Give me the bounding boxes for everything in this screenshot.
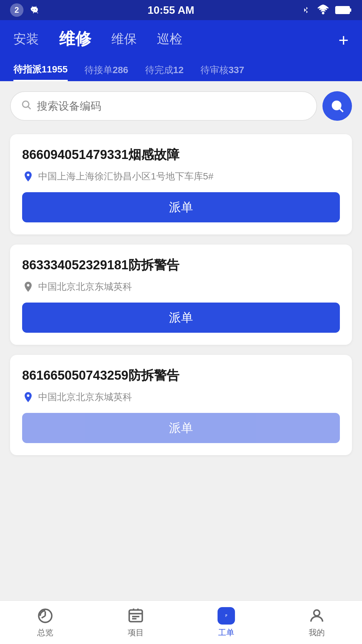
cards-area: 866094051479331烟感故障 中国上海上海徐汇协昌小区1号地下车库5#… (0, 131, 362, 459)
search-input[interactable] (37, 100, 306, 112)
search-box (10, 91, 317, 121)
bottom-navigation: 总览 项目 工单 (0, 600, 362, 644)
wifi-icon (316, 4, 330, 16)
mine-label: 我的 (309, 627, 325, 638)
svg-line-5 (28, 107, 31, 109)
dispatch-button-1[interactable]: 派单 (22, 192, 340, 222)
order-card: 866094051479331烟感故障 中国上海上海徐汇协昌小区1号地下车库5#… (10, 134, 352, 234)
order-location: 中国北京北京东城英科 (22, 391, 340, 404)
subtab-pending-assign[interactable]: 待指派11955 (13, 59, 68, 81)
order-location: 中国北京北京东城英科 (22, 280, 340, 293)
add-button[interactable]: + (339, 32, 349, 49)
bluetooth-icon (302, 4, 311, 16)
order-title: 861665050743259防拆警告 (22, 367, 340, 384)
bottom-nav-mine[interactable]: 我的 (272, 607, 362, 638)
dispatch-button-2[interactable]: 派单 (22, 303, 340, 333)
search-button[interactable] (322, 91, 352, 121)
svg-rect-3 (336, 7, 348, 13)
workorders-label: 工单 (218, 627, 234, 638)
status-right (302, 4, 352, 16)
status-time: 10:55 AM (147, 4, 194, 16)
order-card: 863334052329181防拆警告 中国北京北京东城英科 派单 (10, 245, 352, 345)
location-icon (22, 391, 34, 403)
order-card: 861665050743259防拆警告 中国北京北京东城英科 派单 (10, 355, 352, 455)
search-icon-left (21, 99, 32, 113)
location-icon (22, 281, 34, 293)
bottom-nav-workorders[interactable]: 工单 (181, 607, 272, 638)
svg-point-16 (314, 610, 319, 615)
location-icon (22, 170, 34, 182)
tab-install[interactable]: 安装 (13, 31, 39, 50)
top-navigation: 安装 维修 维保 巡检 + 待指派11955 待接单286 待完成12 待审核3… (0, 20, 362, 81)
workorders-icon (218, 607, 235, 625)
tab-inspection[interactable]: 巡检 (157, 31, 182, 50)
svg-point-0 (322, 12, 324, 14)
sub-tabs: 待指派11955 待接单286 待完成12 待审核337 (13, 59, 349, 81)
mine-icon (308, 607, 325, 625)
svg-point-6 (333, 101, 341, 110)
subtab-pending-complete[interactable]: 待完成12 (145, 60, 184, 80)
subtab-pending-review[interactable]: 待审核337 (200, 60, 244, 80)
search-area (0, 81, 362, 131)
nav-tabs: 安装 维修 维保 巡检 + (13, 28, 349, 52)
overview-icon (37, 607, 54, 625)
bottom-nav-projects[interactable]: 项目 (90, 607, 181, 638)
projects-label: 项目 (128, 627, 144, 638)
status-left: 2 (10, 3, 40, 17)
order-title: 866094051479331烟感故障 (22, 146, 340, 163)
overview-label: 总览 (37, 627, 53, 638)
battery-icon (335, 5, 352, 15)
projects-icon (127, 607, 144, 625)
tab-maintenance[interactable]: 维保 (111, 31, 137, 50)
tab-repair[interactable]: 维修 (59, 28, 91, 52)
svg-rect-2 (350, 8, 351, 12)
android-icon (28, 4, 40, 16)
svg-line-7 (340, 109, 343, 112)
notification-badge: 2 (10, 3, 23, 17)
bottom-nav-overview[interactable]: 总览 (0, 607, 90, 638)
status-bar: 2 10:55 AM (0, 0, 362, 20)
subtab-pending-accept[interactable]: 待接单286 (84, 60, 128, 80)
dispatch-button-3[interactable]: 派单 (22, 413, 340, 443)
order-title: 863334052329181防拆警告 (22, 257, 340, 274)
order-location: 中国上海上海徐汇协昌小区1号地下车库5# (22, 170, 340, 183)
svg-point-4 (22, 101, 29, 107)
